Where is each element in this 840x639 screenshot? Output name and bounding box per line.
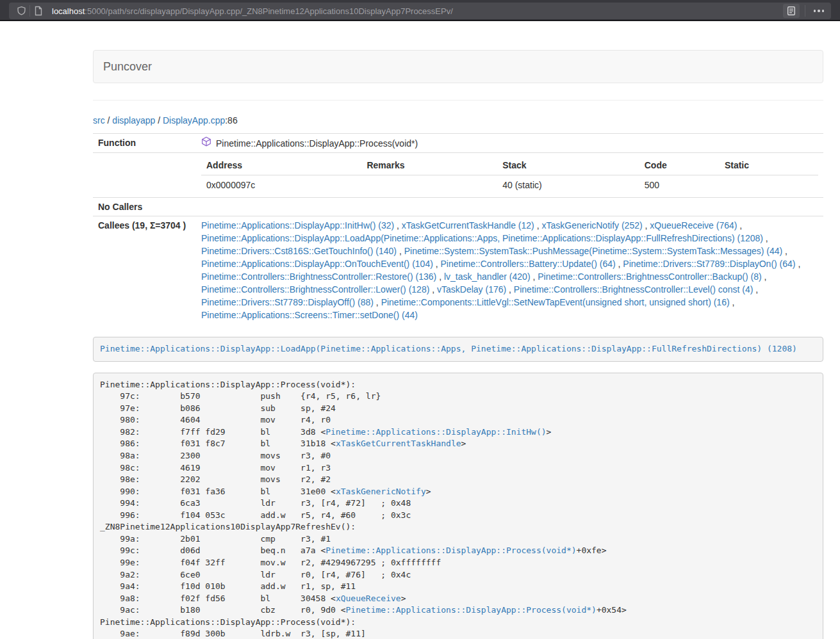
col-header-static: Static [720, 156, 818, 175]
callee-link[interactable]: Pinetime::Controllers::BrightnessControl… [201, 284, 429, 295]
urlbar-divider [805, 5, 805, 17]
callee-link[interactable]: lv_task_handler (420) [444, 271, 531, 282]
app-navbar: Puncover [93, 50, 823, 83]
callee-link[interactable]: Pinetime::Drivers::St7789::DisplayOn() (… [623, 259, 795, 269]
disassembly-symbol-link[interactable]: Pinetime::Applications::DisplayApp::Proc… [325, 546, 576, 555]
callee-link[interactable]: Pinetime::Drivers::Cst816S::GetTouchInfo… [201, 246, 397, 256]
callee-link[interactable]: Pinetime::Applications::DisplayApp::Init… [201, 220, 394, 231]
table-row: 0x0000097c 40 (static) 500 [201, 175, 818, 195]
col-header-address: Address [201, 156, 361, 175]
function-row-label: Function [93, 134, 196, 153]
code-value: 500 [639, 175, 720, 195]
callee-link[interactable]: vTaskDelay (176) [437, 284, 506, 295]
snippet-link[interactable]: Pinetime::Applications::DisplayApp::Load… [100, 344, 797, 353]
callee-link[interactable]: Pinetime::Applications::Screens::Timer::… [201, 310, 418, 320]
page-content: Puncover src / displayapp / DisplayApp.c… [93, 50, 823, 639]
callee-link[interactable]: Pinetime::Drivers::St7789::DisplayOff() … [201, 297, 374, 307]
disassembly-symbol-link[interactable]: Pinetime::Applications::DisplayApp::Init… [325, 427, 546, 437]
disassembly-symbol-link[interactable]: xQueueReceive [336, 594, 401, 603]
shield-icon[interactable] [13, 4, 29, 18]
table-row: Function Pinetime::Applications::Display… [93, 134, 823, 153]
reader-mode-icon[interactable] [783, 4, 800, 18]
callee-link[interactable]: Pinetime::Components::LittleVgl::SetNewT… [381, 297, 730, 307]
function-name: Pinetime::Applications::DisplayApp::Proc… [216, 137, 418, 150]
disassembly-symbol-link[interactable]: xTaskGenericNotify [336, 487, 426, 496]
disassembly: Pinetime::Applications::DisplayApp::Proc… [93, 373, 823, 639]
table-row: Callees (19, Σ=3704 ) Pinetime::Applicat… [93, 216, 823, 325]
url-bar[interactable]: localhost:5000/path/src/displayapp/Displ… [9, 3, 831, 19]
callee-link[interactable]: xTaskGetCurrentTaskHandle (12) [402, 220, 534, 231]
callee-link[interactable]: Pinetime::Controllers::BrightnessControl… [538, 271, 761, 282]
stack-value: 40 (static) [497, 175, 639, 195]
function-stats-table: Address Remarks Stack Code Static 0x0000… [201, 156, 818, 195]
disassembly-symbol-link[interactable]: xTaskGetCurrentTaskHandle [336, 439, 461, 448]
callee-link[interactable]: xTaskGenericNotify (252) [541, 220, 642, 231]
callee-link[interactable]: Pinetime::Applications::DisplayApp::OnTo… [201, 259, 433, 269]
col-header-code: Code [639, 156, 720, 175]
callee-link[interactable]: xQueueReceive (764) [650, 220, 737, 231]
app-title: Puncover [103, 51, 152, 83]
breadcrumb-link[interactable]: displayapp [112, 115, 155, 125]
disassembly-symbol-link[interactable]: Pinetime::Applications::DisplayApp::Proc… [346, 605, 597, 615]
address-value: 0x0000097c [201, 175, 361, 195]
callees-label: Callees (19, Σ=3704 ) [93, 216, 196, 325]
divider [93, 100, 823, 101]
callees-list: Pinetime::Applications::DisplayApp::Init… [196, 216, 823, 325]
overflow-menu-icon[interactable] [811, 4, 827, 18]
col-header-remarks: Remarks [361, 156, 497, 175]
breadcrumb-link[interactable]: DisplayApp.cpp [163, 115, 225, 125]
callee-link[interactable]: Pinetime::Controllers::Battery::Update()… [441, 259, 616, 269]
symbol-cube-icon [201, 136, 211, 150]
url-path: :5000/path/src/displayapp/DisplayApp.cpp… [85, 6, 453, 16]
col-header-stack: Stack [497, 156, 639, 175]
breadcrumb-link[interactable]: src [93, 115, 105, 125]
static-value [720, 175, 818, 195]
url-text[interactable]: localhost:5000/path/src/displayapp/Displ… [52, 6, 783, 16]
no-callers-label: No Callers [93, 198, 196, 216]
url-host: localhost [52, 6, 85, 16]
browser-toolbar: localhost:5000/path/src/displayapp/Displ… [0, 0, 840, 21]
breadcrumb: src / displayapp / DisplayApp.cpp:86 [93, 114, 823, 127]
callee-link[interactable]: Pinetime::Controllers::BrightnessControl… [201, 271, 436, 282]
table-row: Address Remarks Stack Code Static 0x0000… [93, 153, 823, 198]
page-icon[interactable] [30, 4, 47, 18]
callee-link[interactable]: Pinetime::Applications::DisplayApp::Load… [201, 233, 763, 243]
table-row: No Callers [93, 198, 823, 216]
remarks-value [361, 175, 497, 195]
callee-link[interactable]: Pinetime::Controllers::BrightnessControl… [514, 284, 753, 295]
callee-link[interactable]: Pinetime::System::SystemTask::PushMessag… [404, 246, 783, 256]
function-table: Function Pinetime::Applications::Display… [93, 133, 823, 324]
current-line-snippet: Pinetime::Applications::DisplayApp::Load… [93, 337, 823, 362]
